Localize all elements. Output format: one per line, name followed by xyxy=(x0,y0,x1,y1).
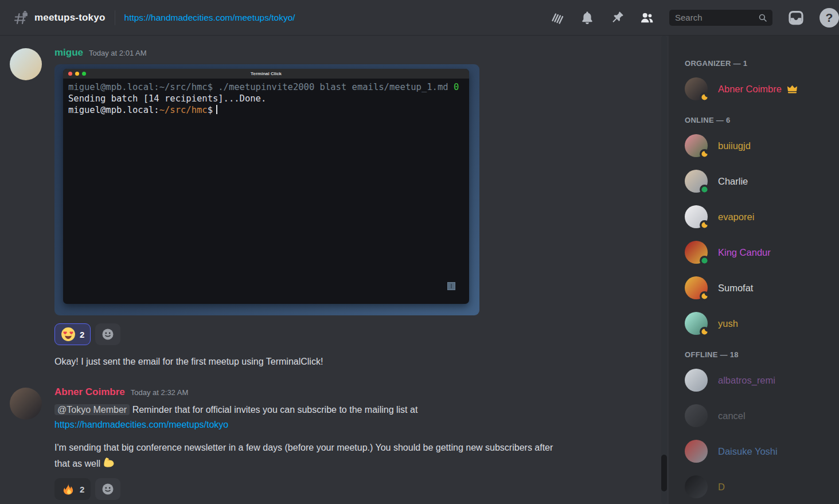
status-online-icon xyxy=(700,185,709,194)
member-name: cancel xyxy=(718,411,746,421)
member-row[interactable]: evaporei xyxy=(685,204,834,230)
message-header: migue Today at 2:01 AM xyxy=(54,47,646,60)
message-text-segment: I'm sending that big conference newslett… xyxy=(54,443,553,468)
author-name[interactable]: migue xyxy=(54,47,83,58)
reaction-heart-eyes[interactable]: 2 xyxy=(54,323,91,345)
terminal-window: Terminal Click miguel@mpb.local:~/src/hm… xyxy=(63,69,469,304)
muscle-emoji xyxy=(102,455,116,470)
search-box[interactable] xyxy=(669,10,772,26)
member-name: evaporei xyxy=(718,212,754,222)
message-link[interactable]: https://handmadecities.com/meetups/tokyo xyxy=(54,420,228,429)
avatar xyxy=(685,77,708,100)
avatar xyxy=(685,440,708,463)
member-name: Charlie xyxy=(718,176,748,187)
avatar xyxy=(685,475,708,498)
member-row[interactable]: D xyxy=(685,474,834,500)
member-row[interactable]: buiiugjd xyxy=(685,132,834,159)
avatar[interactable] xyxy=(10,48,42,80)
member-row[interactable]: cancel xyxy=(685,403,834,429)
member-row[interactable]: Charlie xyxy=(685,168,834,194)
chat-area: migue Today at 2:01 AM xyxy=(0,36,669,504)
member-name: Abner Coimbre xyxy=(718,84,782,95)
avatar xyxy=(685,170,708,193)
message-migue: migue Today at 2:01 AM xyxy=(10,47,646,369)
member-row[interactable]: albatros_remi xyxy=(685,367,834,393)
status-idle-icon xyxy=(700,327,709,337)
search-icon xyxy=(758,13,768,23)
reactions-row: 2 xyxy=(54,478,646,500)
role-mention[interactable]: @Tokyo Member xyxy=(54,404,130,415)
author-name[interactable]: Abner Coimbre xyxy=(54,386,125,398)
member-row[interactable]: Daisuke Yoshi xyxy=(685,438,834,464)
avatar xyxy=(685,404,708,427)
inbox-icon[interactable] xyxy=(787,9,805,26)
content-area: migue Today at 2:01 AM xyxy=(0,36,839,504)
status-online-icon xyxy=(700,256,709,265)
message-abner: Abner Coimbre Today at 2:32 AM @Tokyo Me… xyxy=(10,386,646,500)
member-section-header: ORGANIZER — 1 xyxy=(685,59,834,69)
heart-eyes-emoji xyxy=(61,327,76,342)
terminal-output: miguel@mpb.local:~/src/hmc$ ./meetupinvi… xyxy=(63,79,469,119)
reaction-count: 2 xyxy=(80,485,84,494)
member-name: Sumofat xyxy=(718,283,753,294)
chat-scrollbar-thumb[interactable] xyxy=(661,455,667,491)
terminal-title: Terminal Click xyxy=(63,71,469,76)
avatar xyxy=(685,312,708,335)
reaction-fire[interactable]: 2 xyxy=(54,478,91,500)
reaction-count: 2 xyxy=(80,330,84,339)
status-idle-icon xyxy=(700,149,709,159)
member-name: Daisuke Yoshi xyxy=(718,446,778,457)
terminal-line: miguel@mpb.local:~/src/hmc$ ./meetupinvi… xyxy=(68,81,464,93)
add-reaction-button[interactable] xyxy=(95,478,120,500)
pinned-messages-icon[interactable] xyxy=(610,10,625,25)
message-text: I'm sending that big conference newslett… xyxy=(54,440,571,471)
status-idle-icon xyxy=(700,291,709,301)
avatar xyxy=(685,369,708,392)
channel-header: meetups-tokyo https://handmadecities.com… xyxy=(0,0,839,36)
member-section-header: OFFLINE — 18 xyxy=(685,350,834,360)
member-name: King Candur xyxy=(718,247,771,258)
chat-scrollbar-track[interactable] xyxy=(661,36,667,504)
member-list: ORGANIZER — 1 Abner CoimbreONLINE — 6 bu… xyxy=(669,36,839,504)
member-name: D xyxy=(718,482,725,493)
terminal-titlebar: Terminal Click xyxy=(63,69,469,79)
header-toolbar: ? xyxy=(550,8,831,28)
search-input[interactable] xyxy=(675,13,758,22)
terminal-line: miguel@mpb.local:~/src/hmc$ xyxy=(68,104,464,116)
help-icon[interactable]: ? xyxy=(820,8,839,28)
member-section-header: ONLINE — 6 xyxy=(685,116,834,126)
channel-hash-lock-icon xyxy=(14,10,29,25)
member-row[interactable]: King Candur xyxy=(685,239,834,265)
message-text-segment: Reminder that for official invites you c… xyxy=(132,405,418,415)
channel-topic-link[interactable]: https://handmadecities.com/meetups/tokyo… xyxy=(124,13,295,23)
avatar xyxy=(685,241,708,264)
fire-emoji xyxy=(61,482,76,497)
avatar xyxy=(685,134,708,157)
member-name: buiiugjd xyxy=(718,140,751,151)
threads-icon[interactable] xyxy=(550,10,565,25)
message-header: Abner Coimbre Today at 2:32 AM xyxy=(54,386,646,399)
notification-bell-icon[interactable] xyxy=(580,10,595,25)
member-row[interactable]: yush xyxy=(685,310,834,337)
avatar xyxy=(685,276,708,299)
message-text: @Tokyo Member Reminder that for official… xyxy=(54,403,571,432)
terminal-scroll-indicator xyxy=(447,282,455,290)
reactions-row: 2 xyxy=(54,323,646,345)
member-row[interactable]: Abner Coimbre xyxy=(685,76,834,102)
status-idle-icon xyxy=(700,220,709,230)
header-divider xyxy=(115,10,115,25)
status-idle-icon xyxy=(700,92,709,102)
member-name: albatros_remi xyxy=(718,375,775,386)
terminal-line: Sending batch [14 recipients]...Done. xyxy=(68,93,464,104)
organizer-crown-icon xyxy=(787,85,798,93)
timestamp: Today at 2:32 AM xyxy=(131,388,188,397)
member-name: yush xyxy=(718,318,738,329)
member-list-toggle-icon[interactable] xyxy=(639,10,654,25)
timestamp: Today at 2:01 AM xyxy=(89,49,146,57)
member-row[interactable]: Sumofat xyxy=(685,275,834,301)
message-text: Okay! I just sent the email for the firs… xyxy=(54,354,571,369)
add-reaction-button[interactable] xyxy=(95,323,120,345)
avatar[interactable] xyxy=(10,388,42,420)
avatar xyxy=(685,205,708,228)
terminal-screenshot-attachment[interactable]: Terminal Click miguel@mpb.local:~/src/hm… xyxy=(54,64,479,315)
